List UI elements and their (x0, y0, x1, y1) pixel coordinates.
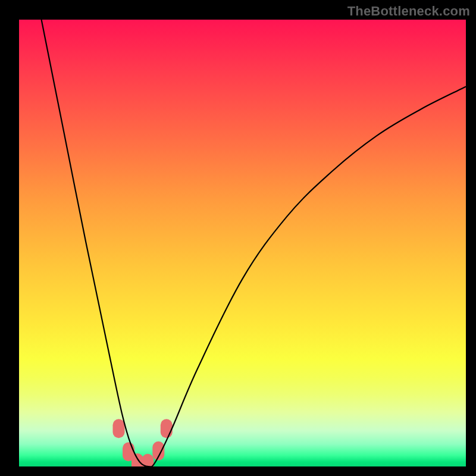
curve-marker (131, 453, 143, 466)
curve-marker (142, 454, 154, 466)
curve-marker (113, 419, 125, 438)
curve-marker (123, 442, 134, 461)
marker-group (113, 419, 173, 466)
chart-svg (19, 20, 466, 466)
curve-marker (161, 419, 173, 438)
bottleneck-curve-path (42, 20, 466, 466)
chart-frame: TheBottleneck.com (0, 0, 476, 476)
chart-plot-area (19, 20, 466, 466)
curve-marker (152, 441, 164, 461)
watermark-text: TheBottleneck.com (347, 4, 470, 19)
